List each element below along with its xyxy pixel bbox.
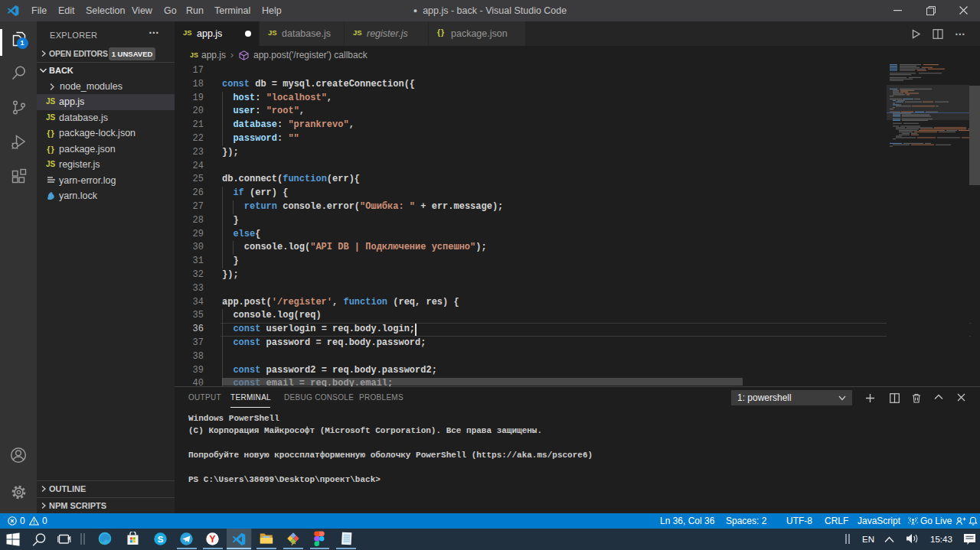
svg-text:S: S [158, 535, 164, 544]
svg-text:Y: Y [209, 534, 215, 545]
